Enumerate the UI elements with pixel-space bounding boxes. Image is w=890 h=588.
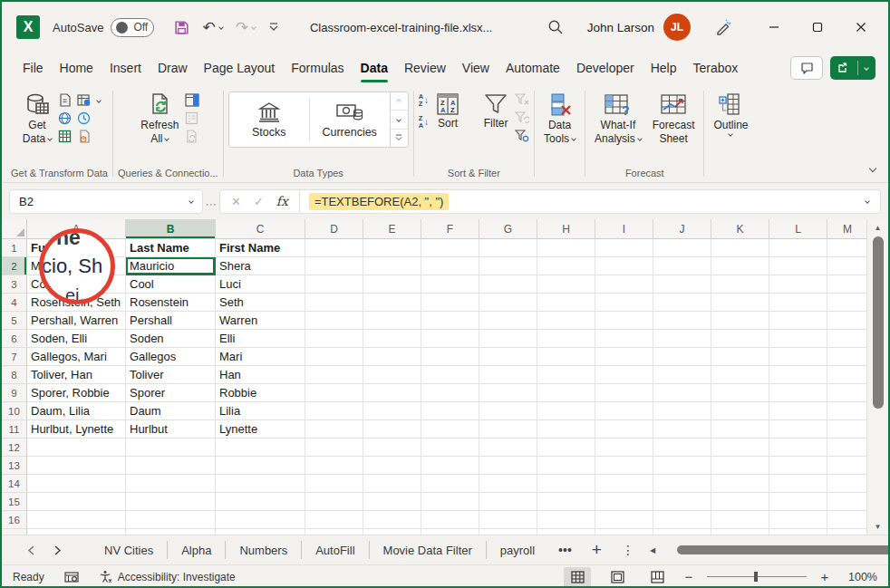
cell-D1[interactable] bbox=[305, 239, 363, 257]
cell-G14[interactable] bbox=[479, 475, 537, 493]
from-web-icon[interactable] bbox=[58, 111, 72, 125]
cell-G12[interactable] bbox=[479, 439, 537, 457]
cell-G15[interactable] bbox=[479, 493, 537, 511]
cell-E12[interactable] bbox=[363, 439, 421, 457]
sheet-tab-payroll[interactable]: payroll bbox=[487, 541, 548, 559]
menu-tab-help[interactable]: Help bbox=[643, 55, 685, 81]
sort-button[interactable]: Z A A Z Sort bbox=[430, 87, 465, 132]
cell-M6[interactable] bbox=[827, 330, 868, 348]
cell-H14[interactable] bbox=[537, 475, 595, 493]
cell-M12[interactable] bbox=[827, 439, 868, 457]
row-header-8[interactable]: 8 bbox=[2, 366, 27, 384]
save-button[interactable] bbox=[174, 20, 189, 35]
cell-J4[interactable] bbox=[653, 294, 711, 312]
cell-B14[interactable] bbox=[126, 475, 216, 493]
cell-I7[interactable] bbox=[595, 348, 653, 366]
cell-A16[interactable] bbox=[27, 511, 126, 529]
cell-C7[interactable]: Mari bbox=[216, 348, 305, 366]
cell-K8[interactable] bbox=[711, 366, 769, 384]
cell-E15[interactable] bbox=[363, 493, 421, 511]
row-header-4[interactable]: 4 bbox=[2, 294, 27, 312]
worksheet-grid[interactable]: ABCDEFGHIJKLM 1Full NameLast NameFirst N… bbox=[2, 219, 868, 535]
cell-H2[interactable] bbox=[537, 257, 595, 275]
cell-F16[interactable] bbox=[421, 511, 479, 529]
cell-K9[interactable] bbox=[711, 384, 769, 402]
cell-B7[interactable]: Gallegos bbox=[126, 348, 216, 366]
share-button[interactable] bbox=[830, 56, 875, 80]
horizontal-scroll-track[interactable] bbox=[661, 545, 868, 555]
cell-B6[interactable]: Soden bbox=[126, 330, 216, 348]
menu-tab-view[interactable]: View bbox=[454, 55, 498, 81]
clear-filter-icon[interactable] bbox=[515, 93, 529, 106]
menu-tab-developer[interactable]: Developer bbox=[568, 55, 643, 81]
cell-B8[interactable]: Toliver bbox=[126, 366, 216, 384]
cell-K3[interactable] bbox=[711, 275, 769, 294]
cell-D16[interactable] bbox=[305, 511, 363, 529]
cell-K11[interactable] bbox=[711, 420, 769, 439]
autosave-control[interactable]: AutoSave Off bbox=[53, 18, 154, 37]
cell-K12[interactable] bbox=[711, 439, 769, 457]
cell-I13[interactable] bbox=[595, 457, 653, 475]
from-picture-dropdown-icon[interactable] bbox=[96, 98, 102, 103]
menu-tab-file[interactable]: File bbox=[15, 55, 52, 81]
share-dropdown-icon[interactable] bbox=[864, 65, 869, 71]
select-all-corner[interactable] bbox=[2, 219, 27, 239]
cell-H3[interactable] bbox=[537, 275, 595, 294]
cell-I4[interactable] bbox=[595, 294, 653, 312]
column-header-C[interactable]: C bbox=[216, 219, 305, 239]
sort-az-button[interactable]: AZ↓ bbox=[419, 93, 429, 107]
cell-L14[interactable] bbox=[769, 475, 827, 493]
from-picture-icon[interactable] bbox=[77, 93, 92, 107]
row-header-9[interactable]: 9 bbox=[2, 384, 27, 402]
cell-J1[interactable] bbox=[653, 239, 711, 257]
vertical-scroll-thumb[interactable] bbox=[873, 236, 884, 409]
menu-tab-insert[interactable]: Insert bbox=[102, 55, 150, 81]
sheet-tab-nv-cities[interactable]: NV Cities bbox=[91, 541, 168, 559]
expand-formula-bar-icon[interactable] bbox=[865, 198, 870, 204]
normal-view-button[interactable] bbox=[564, 567, 591, 587]
cell-J16[interactable] bbox=[653, 511, 711, 529]
cell-B2[interactable]: Mauricio bbox=[126, 257, 216, 275]
cell-H7[interactable] bbox=[537, 348, 595, 366]
cell-H15[interactable] bbox=[537, 493, 595, 511]
cell-C1[interactable]: First Name bbox=[216, 239, 305, 257]
excel-logo-icon[interactable]: X bbox=[16, 15, 40, 39]
cell-L12[interactable] bbox=[769, 439, 827, 457]
accessibility-status[interactable]: Accessibility: Investigate bbox=[99, 570, 236, 583]
cell-F3[interactable] bbox=[421, 275, 479, 294]
cell-F9[interactable] bbox=[421, 384, 479, 402]
cell-M15[interactable] bbox=[827, 493, 868, 511]
cell-G4[interactable] bbox=[479, 294, 537, 312]
cell-I15[interactable] bbox=[595, 493, 653, 511]
cell-G13[interactable] bbox=[479, 457, 537, 475]
cell-B16[interactable] bbox=[126, 511, 216, 529]
cell-G10[interactable] bbox=[479, 402, 537, 420]
column-header-D[interactable]: D bbox=[305, 219, 363, 239]
gallery-up-button[interactable] bbox=[391, 92, 408, 111]
comments-button[interactable] bbox=[790, 56, 823, 80]
cell-L9[interactable] bbox=[769, 384, 827, 402]
cell-A6[interactable]: Soden, Elli bbox=[27, 330, 126, 348]
cell-D4[interactable] bbox=[305, 294, 363, 312]
cell-D9[interactable] bbox=[305, 384, 363, 402]
name-box-dropdown-icon[interactable] bbox=[189, 198, 194, 204]
row-header-13[interactable]: 13 bbox=[2, 457, 27, 475]
outline-button[interactable]: Outline bbox=[709, 87, 752, 138]
advanced-filter-icon[interactable] bbox=[515, 130, 529, 142]
sheet-tab-numbers[interactable]: Numbers bbox=[226, 541, 302, 559]
cell-E4[interactable] bbox=[363, 294, 421, 312]
menu-tab-draw[interactable]: Draw bbox=[150, 55, 196, 81]
cell-A7[interactable]: Gallegos, Mari bbox=[27, 348, 126, 366]
row-header-2[interactable]: 2 bbox=[2, 257, 27, 275]
cell-C12[interactable] bbox=[216, 439, 305, 457]
cell-C14[interactable] bbox=[216, 475, 305, 493]
row-header-15[interactable]: 15 bbox=[2, 493, 27, 511]
column-header-K[interactable]: K bbox=[711, 219, 769, 239]
cell-M10[interactable] bbox=[827, 402, 868, 420]
cell-C5[interactable]: Warren bbox=[216, 312, 305, 330]
cell-H4[interactable] bbox=[537, 294, 595, 312]
search-icon[interactable] bbox=[547, 19, 564, 35]
cell-I14[interactable] bbox=[595, 475, 653, 493]
cell-J14[interactable] bbox=[653, 475, 711, 493]
cell-H5[interactable] bbox=[537, 312, 595, 330]
